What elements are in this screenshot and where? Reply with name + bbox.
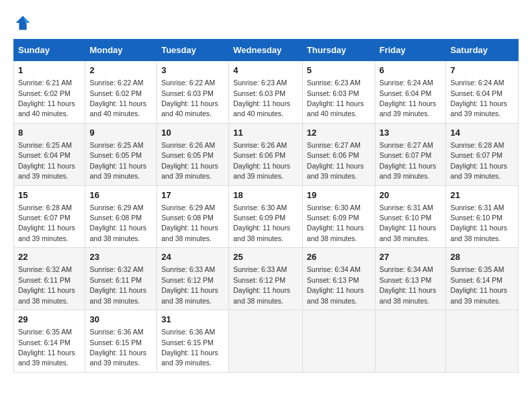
day-number: 27 xyxy=(380,251,442,263)
table-row: 22 Sunrise: 6:32 AMSunset: 6:11 PMDaylig… xyxy=(14,248,85,310)
table-row: 12 Sunrise: 6:27 AMSunset: 6:06 PMDaylig… xyxy=(302,123,375,185)
day-info: Sunrise: 6:36 AMSunset: 6:15 PMDaylight:… xyxy=(161,328,218,367)
day-number: 4 xyxy=(233,64,298,77)
table-row: 11 Sunrise: 6:26 AMSunset: 6:06 PMDaylig… xyxy=(229,123,303,185)
day-number: 24 xyxy=(161,251,224,263)
table-row: 26 Sunrise: 6:34 AMSunset: 6:13 PMDaylig… xyxy=(302,248,375,310)
day-info: Sunrise: 6:22 AMSunset: 6:02 PMDaylight:… xyxy=(89,79,146,118)
day-info: Sunrise: 6:25 AMSunset: 6:04 PMDaylight:… xyxy=(18,141,75,180)
day-number: 15 xyxy=(18,189,81,201)
table-row: 3 Sunrise: 6:22 AMSunset: 6:03 PMDayligh… xyxy=(157,61,229,124)
calendar-week-row: 1 Sunrise: 6:21 AMSunset: 6:02 PMDayligh… xyxy=(14,61,519,124)
day-info: Sunrise: 6:21 AMSunset: 6:02 PMDaylight:… xyxy=(18,79,75,118)
table-row: 19 Sunrise: 6:30 AMSunset: 6:09 PMDaylig… xyxy=(302,185,375,248)
day-number: 19 xyxy=(307,189,371,201)
day-number: 23 xyxy=(89,251,152,263)
day-info: Sunrise: 6:32 AMSunset: 6:11 PMDaylight:… xyxy=(89,265,146,304)
day-info: Sunrise: 6:29 AMSunset: 6:08 PMDaylight:… xyxy=(89,203,146,242)
table-row: 13 Sunrise: 6:27 AMSunset: 6:07 PMDaylig… xyxy=(375,123,446,185)
table-row: 30 Sunrise: 6:36 AMSunset: 6:15 PMDaylig… xyxy=(85,310,157,373)
empty-cell xyxy=(375,310,446,373)
col-monday: Monday xyxy=(85,40,157,61)
table-row: 31 Sunrise: 6:36 AMSunset: 6:15 PMDaylig… xyxy=(157,310,229,373)
col-saturday: Saturday xyxy=(446,40,519,61)
day-number: 18 xyxy=(233,189,298,201)
day-info: Sunrise: 6:28 AMSunset: 6:07 PMDaylight:… xyxy=(450,141,507,180)
empty-cell xyxy=(302,310,375,373)
day-info: Sunrise: 6:23 AMSunset: 6:03 PMDaylight:… xyxy=(307,79,364,118)
day-number: 12 xyxy=(307,127,371,139)
day-number: 21 xyxy=(450,189,514,201)
day-number: 8 xyxy=(18,127,81,139)
day-number: 7 xyxy=(450,64,514,77)
day-number: 28 xyxy=(450,251,514,263)
day-number: 5 xyxy=(307,64,371,77)
table-row: 8 Sunrise: 6:25 AMSunset: 6:04 PMDayligh… xyxy=(14,123,85,185)
day-info: Sunrise: 6:34 AMSunset: 6:13 PMDaylight:… xyxy=(307,265,364,304)
day-number: 17 xyxy=(161,189,224,201)
day-info: Sunrise: 6:27 AMSunset: 6:07 PMDaylight:… xyxy=(380,141,437,180)
table-row: 5 Sunrise: 6:23 AMSunset: 6:03 PMDayligh… xyxy=(302,61,375,124)
calendar-table: Sunday Monday Tuesday Wednesday Thursday… xyxy=(13,39,519,373)
day-number: 26 xyxy=(307,251,371,263)
empty-cell xyxy=(446,310,519,373)
day-info: Sunrise: 6:33 AMSunset: 6:12 PMDaylight:… xyxy=(233,265,290,304)
day-info: Sunrise: 6:31 AMSunset: 6:10 PMDaylight:… xyxy=(450,203,507,242)
day-info: Sunrise: 6:36 AMSunset: 6:15 PMDaylight:… xyxy=(89,328,146,367)
table-row: 28 Sunrise: 6:35 AMSunset: 6:14 PMDaylig… xyxy=(446,248,519,310)
table-row: 29 Sunrise: 6:35 AMSunset: 6:14 PMDaylig… xyxy=(14,310,85,373)
day-info: Sunrise: 6:28 AMSunset: 6:07 PMDaylight:… xyxy=(18,203,75,242)
table-row: 16 Sunrise: 6:29 AMSunset: 6:08 PMDaylig… xyxy=(85,185,157,248)
logo xyxy=(13,13,35,32)
table-row: 4 Sunrise: 6:23 AMSunset: 6:03 PMDayligh… xyxy=(229,61,303,124)
day-number: 11 xyxy=(233,127,298,139)
table-row: 7 Sunrise: 6:24 AMSunset: 6:04 PMDayligh… xyxy=(446,61,519,124)
table-row: 2 Sunrise: 6:22 AMSunset: 6:02 PMDayligh… xyxy=(85,61,157,124)
day-info: Sunrise: 6:27 AMSunset: 6:06 PMDaylight:… xyxy=(307,141,364,180)
table-row: 25 Sunrise: 6:33 AMSunset: 6:12 PMDaylig… xyxy=(229,248,303,310)
empty-cell xyxy=(229,310,303,373)
table-row: 20 Sunrise: 6:31 AMSunset: 6:10 PMDaylig… xyxy=(375,185,446,248)
day-info: Sunrise: 6:26 AMSunset: 6:06 PMDaylight:… xyxy=(233,141,290,180)
calendar-week-row: 8 Sunrise: 6:25 AMSunset: 6:04 PMDayligh… xyxy=(14,123,519,185)
table-row: 21 Sunrise: 6:31 AMSunset: 6:10 PMDaylig… xyxy=(446,185,519,248)
calendar-week-row: 29 Sunrise: 6:35 AMSunset: 6:14 PMDaylig… xyxy=(14,310,519,373)
day-info: Sunrise: 6:29 AMSunset: 6:08 PMDaylight:… xyxy=(161,203,218,242)
day-number: 2 xyxy=(89,64,152,77)
table-row: 6 Sunrise: 6:24 AMSunset: 6:04 PMDayligh… xyxy=(375,61,446,124)
day-number: 30 xyxy=(89,314,152,326)
day-info: Sunrise: 6:22 AMSunset: 6:03 PMDaylight:… xyxy=(161,79,218,118)
day-number: 29 xyxy=(18,314,81,326)
day-info: Sunrise: 6:30 AMSunset: 6:09 PMDaylight:… xyxy=(307,203,364,242)
table-row: 9 Sunrise: 6:25 AMSunset: 6:05 PMDayligh… xyxy=(85,123,157,185)
day-info: Sunrise: 6:25 AMSunset: 6:05 PMDaylight:… xyxy=(89,141,146,180)
day-number: 31 xyxy=(161,314,224,326)
col-sunday: Sunday xyxy=(14,40,85,61)
table-row: 23 Sunrise: 6:32 AMSunset: 6:11 PMDaylig… xyxy=(85,248,157,310)
table-row: 14 Sunrise: 6:28 AMSunset: 6:07 PMDaylig… xyxy=(446,123,519,185)
col-wednesday: Wednesday xyxy=(229,40,303,61)
day-number: 14 xyxy=(450,127,514,139)
day-number: 25 xyxy=(233,251,298,263)
calendar-header-row: Sunday Monday Tuesday Wednesday Thursday… xyxy=(14,40,519,61)
day-number: 13 xyxy=(380,127,442,139)
day-number: 9 xyxy=(89,127,152,139)
table-row: 17 Sunrise: 6:29 AMSunset: 6:08 PMDaylig… xyxy=(157,185,229,248)
page-header xyxy=(13,13,519,32)
col-friday: Friday xyxy=(375,40,446,61)
calendar-week-row: 22 Sunrise: 6:32 AMSunset: 6:11 PMDaylig… xyxy=(14,248,519,310)
calendar-week-row: 15 Sunrise: 6:28 AMSunset: 6:07 PMDaylig… xyxy=(14,185,519,248)
day-number: 22 xyxy=(18,251,81,263)
day-number: 16 xyxy=(89,189,152,201)
logo-icon xyxy=(13,13,32,32)
day-info: Sunrise: 6:24 AMSunset: 6:04 PMDaylight:… xyxy=(380,79,437,118)
day-info: Sunrise: 6:32 AMSunset: 6:11 PMDaylight:… xyxy=(18,265,75,304)
table-row: 24 Sunrise: 6:33 AMSunset: 6:12 PMDaylig… xyxy=(157,248,229,310)
col-tuesday: Tuesday xyxy=(157,40,229,61)
day-info: Sunrise: 6:23 AMSunset: 6:03 PMDaylight:… xyxy=(233,79,290,118)
day-number: 6 xyxy=(380,64,442,77)
day-info: Sunrise: 6:24 AMSunset: 6:04 PMDaylight:… xyxy=(450,79,507,118)
day-number: 20 xyxy=(380,189,442,201)
day-info: Sunrise: 6:34 AMSunset: 6:13 PMDaylight:… xyxy=(380,265,437,304)
table-row: 18 Sunrise: 6:30 AMSunset: 6:09 PMDaylig… xyxy=(229,185,303,248)
